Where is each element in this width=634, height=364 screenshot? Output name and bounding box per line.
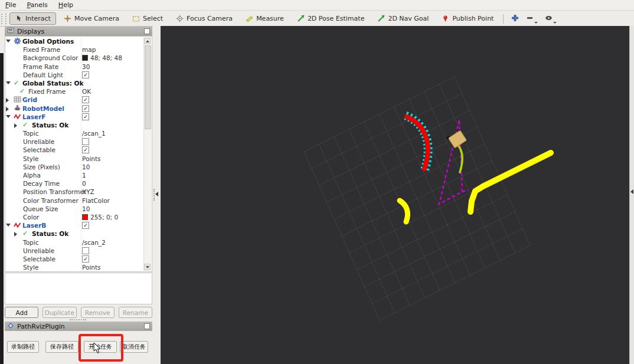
tree-row-style[interactable]: StylePoints — [5, 155, 144, 163]
tree-row-unreliable[interactable]: Unreliable — [5, 247, 144, 255]
add-button[interactable]: Add — [5, 307, 38, 318]
property-value[interactable]: map — [82, 45, 96, 54]
property-value[interactable]: Points — [82, 263, 101, 271]
tree-row-alpha[interactable]: Alpha1 — [5, 171, 144, 179]
menu-help[interactable]: Help — [58, 1, 73, 9]
collapse-right-panel-arrow-icon[interactable] — [630, 189, 633, 194]
property-value[interactable]: ✓ — [82, 104, 89, 113]
tree-row-decay-time[interactable]: Decay Time0 — [5, 179, 144, 188]
rename-button[interactable]: Rename — [119, 307, 152, 318]
tool-properties-eye-button[interactable] — [541, 13, 560, 25]
color-swatch[interactable] — [82, 214, 88, 220]
tool-select[interactable]: Select — [127, 12, 168, 25]
expander-open-icon[interactable] — [6, 224, 11, 227]
expander-closed-icon[interactable] — [6, 107, 9, 112]
tree-row-selectable[interactable]: Selectable✓ — [5, 255, 144, 263]
property-value[interactable]: 255; 0; 0 — [82, 213, 118, 221]
property-value[interactable]: ✓ — [82, 71, 89, 79]
checkbox-checked[interactable]: ✓ — [82, 113, 89, 120]
tree-row-selectable[interactable]: Selectable✓ — [5, 146, 144, 154]
expander-closed-icon[interactable] — [14, 232, 17, 237]
property-value[interactable]: XYZ — [82, 188, 94, 196]
tool-measure[interactable]: Measure — [240, 12, 289, 25]
checkbox-checked[interactable]: ✓ — [82, 146, 89, 153]
tool-2d-pose-estimate[interactable]: 2D Pose Estimate — [292, 12, 370, 25]
tree-row-status-ok[interactable]: ✓Status: Ok — [5, 229, 144, 238]
tree-row-frame-rate[interactable]: Frame Rate30 — [5, 63, 144, 71]
property-value[interactable]: /scan_2 — [82, 238, 106, 247]
tree-row-color[interactable]: Color255; 0; 0 — [5, 213, 144, 221]
property-value[interactable]: ✓ — [82, 255, 89, 263]
expander-open-icon[interactable] — [6, 81, 11, 84]
tree-row-global-options[interactable]: Global Options — [5, 37, 144, 45]
tree-row-laserb[interactable]: LaserB✓ — [5, 221, 144, 229]
tree-row-style[interactable]: StylePoints — [5, 263, 144, 271]
property-value[interactable]: ✓ — [82, 221, 89, 229]
path-plugin-button-2[interactable]: 保存路径 — [45, 341, 79, 353]
tree-row-topic[interactable]: Topic/scan_1 — [5, 129, 144, 137]
path-plugin-button-1[interactable]: 录制路径 — [7, 341, 39, 353]
property-value[interactable]: 48; 48; 48 — [82, 54, 122, 62]
tree-row-position-transformer[interactable]: Position TransformerXYZ — [5, 188, 144, 196]
duplicate-button[interactable]: Duplicate — [43, 307, 76, 318]
tool-move-camera[interactable]: Move Camera — [58, 12, 125, 25]
property-value[interactable] — [82, 247, 89, 255]
panel-splitter-handle[interactable] — [70, 319, 86, 320]
checkbox-unchecked[interactable] — [82, 138, 89, 145]
tree-row-background-color[interactable]: Background Color48; 48; 48 — [5, 54, 144, 62]
property-value[interactable]: OK — [82, 87, 91, 96]
checkbox-checked[interactable]: ✓ — [82, 255, 89, 263]
tree-row-size-pixels-[interactable]: Size (Pixels)10 — [5, 163, 144, 171]
tree-row-queue-size[interactable]: Queue Size10 — [5, 205, 144, 213]
property-value[interactable]: ✓ — [82, 113, 89, 121]
checkbox-checked[interactable]: ✓ — [82, 71, 89, 78]
path-plugin-button-4[interactable]: 取消任务 — [120, 341, 148, 353]
tree-row-status-ok[interactable]: ✓Status: Ok — [5, 121, 144, 129]
collapse-panel-arrow-icon[interactable] — [155, 192, 158, 196]
remove-tool-minus-button[interactable] — [522, 13, 541, 25]
property-value[interactable]: ✓ — [82, 146, 89, 154]
tree-row-topic[interactable]: Topic/scan_2 — [5, 238, 144, 247]
toolbar-drag-handle[interactable] — [1, 14, 6, 24]
menu-file[interactable]: File — [5, 1, 16, 9]
path-plugin-float-button[interactable] — [144, 323, 150, 329]
tree-row-unreliable[interactable]: Unreliable — [5, 137, 144, 146]
displays-panel-float-button[interactable] — [144, 28, 150, 34]
displays-tree-scrollbar[interactable] — [143, 37, 151, 271]
property-value[interactable]: 10 — [82, 205, 90, 213]
checkbox-checked[interactable]: ✓ — [82, 105, 89, 112]
add-tool-plus-button[interactable] — [508, 13, 522, 25]
remove-button[interactable]: Remove — [81, 307, 115, 318]
property-value[interactable]: /scan_1 — [82, 129, 106, 137]
tree-row-fixed-frame[interactable]: ✓Fixed FrameOK — [5, 87, 144, 96]
checkbox-unchecked[interactable] — [82, 247, 89, 254]
scrollbar-up-button[interactable] — [144, 38, 151, 44]
tree-row-fixed-frame[interactable]: Fixed Framemap — [5, 45, 144, 54]
scrollbar-down-button[interactable] — [144, 264, 151, 270]
checkbox-checked[interactable]: ✓ — [82, 222, 89, 229]
property-value[interactable]: Points — [82, 155, 101, 163]
expander-open-icon[interactable] — [6, 40, 11, 42]
dock-splitter-right[interactable] — [629, 26, 634, 364]
tree-row-global-status-ok[interactable]: ✓Global Status: Ok — [5, 79, 144, 87]
property-value[interactable]: 0 — [82, 179, 86, 188]
tool-interact[interactable]: Interact — [9, 12, 56, 25]
color-swatch[interactable] — [82, 55, 88, 61]
property-value[interactable]: FlatColor — [82, 196, 110, 205]
checkbox-checked[interactable]: ✓ — [82, 96, 89, 103]
property-value[interactable]: 1 — [82, 171, 86, 179]
tree-row-color-transformer[interactable]: Color TransformerFlatColor — [5, 196, 144, 205]
property-value[interactable] — [82, 137, 89, 146]
tool-2d-nav-goal[interactable]: 2D Nav Goal — [372, 12, 434, 25]
property-value[interactable]: 30 — [82, 63, 90, 71]
dock-splitter-left[interactable] — [153, 26, 161, 364]
tool-focus-camera[interactable]: Focus Camera — [171, 12, 238, 25]
expander-closed-icon[interactable] — [14, 123, 17, 128]
scrollbar-thumb[interactable] — [145, 45, 151, 129]
tree-row-grid[interactable]: Grid✓ — [5, 96, 144, 104]
property-value[interactable]: ✓ — [82, 96, 89, 104]
property-value[interactable]: 10 — [82, 163, 90, 171]
menu-panels[interactable]: Panels — [27, 1, 47, 9]
expander-closed-icon[interactable] — [6, 98, 9, 103]
tree-row-default-light[interactable]: Default Light✓ — [5, 71, 144, 79]
